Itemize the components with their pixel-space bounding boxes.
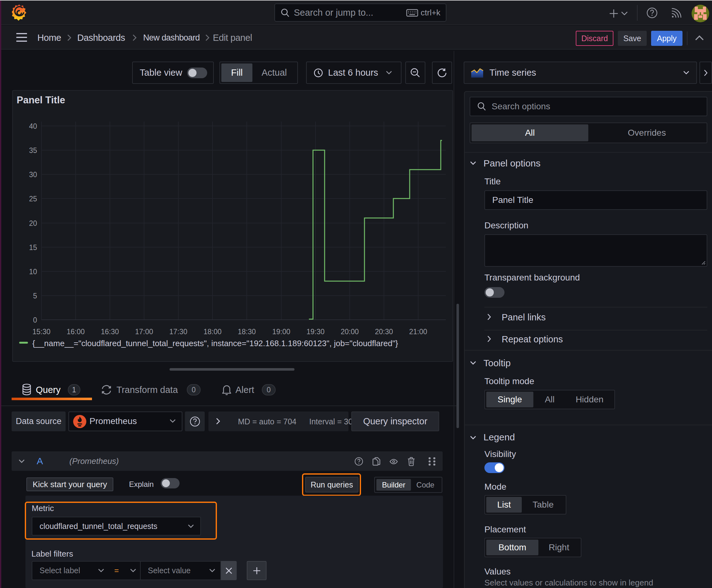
svg-text:18:30: 18:30 (238, 328, 256, 336)
svg-text:19:30: 19:30 (306, 328, 325, 336)
svg-text:40: 40 (29, 122, 37, 130)
svg-text:5: 5 (33, 292, 37, 300)
svg-text:20:30: 20:30 (375, 328, 393, 336)
svg-text:20:00: 20:00 (341, 328, 359, 336)
svg-text:30: 30 (29, 171, 37, 179)
svg-text:{__name__="cloudflared_tunnel_: {__name__="cloudflared_tunnel_total_requ… (33, 339, 398, 348)
svg-text:17:00: 17:00 (135, 328, 153, 336)
svg-text:17:30: 17:30 (169, 328, 188, 336)
svg-text:16:30: 16:30 (101, 328, 119, 336)
svg-text:15: 15 (29, 244, 37, 252)
svg-text:35: 35 (29, 146, 37, 154)
svg-text:18:00: 18:00 (203, 328, 222, 336)
svg-text:15:30: 15:30 (33, 328, 50, 336)
svg-text:19:00: 19:00 (272, 328, 290, 336)
svg-text:21:00: 21:00 (409, 328, 427, 336)
svg-text:20: 20 (29, 219, 37, 227)
svg-text:16:00: 16:00 (67, 328, 85, 336)
svg-text:25: 25 (29, 195, 37, 203)
svg-text:0: 0 (33, 316, 37, 324)
svg-text:10: 10 (29, 268, 37, 276)
